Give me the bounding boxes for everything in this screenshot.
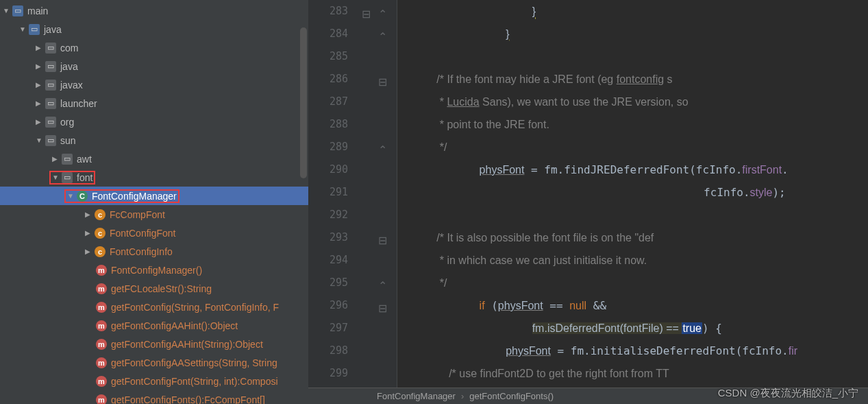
project-tree: ▭ main ▭ java ▭ com ▭ java ▭ javax <box>0 0 308 404</box>
chevron-down-icon[interactable] <box>36 136 42 144</box>
method-icon: m <box>96 357 107 368</box>
fold-end-icon[interactable]: ⌃ <box>378 279 388 289</box>
tree-node-method[interactable]: m getFontConfigFont(String, int):Composi <box>0 372 308 390</box>
breadcrumb-item[interactable]: getFontConfigFonts() <box>469 391 554 401</box>
chevron-right-icon[interactable] <box>36 81 42 88</box>
tree-node-javax[interactable]: ▭ javax <box>0 75 308 94</box>
project-tree-panel[interactable]: ▭ main ▭ java ▭ com ▭ java ▭ javax <box>0 0 308 404</box>
folder-icon: ▭ <box>62 172 73 183</box>
tree-node-method[interactable]: m getFontConfig(String, FontConfigInfo, … <box>0 298 308 316</box>
tree-node-awt[interactable]: ▭ awt <box>0 150 308 168</box>
chevron-right-icon[interactable] <box>52 155 59 163</box>
method-icon: m <box>96 320 107 331</box>
tree-label: FontConfigInfo <box>110 246 173 257</box>
chevron-right-icon[interactable] <box>85 211 92 218</box>
folder-icon: ▭ <box>45 80 56 91</box>
method-icon: m <box>96 376 107 387</box>
tree-node-fontconfigfont[interactable]: c FontConfigFont <box>0 224 308 242</box>
breadcrumb-bar[interactable]: FontConfigManager › getFontConfigFonts() <box>308 388 868 404</box>
editor-body: 283 284 285 286 287 288 289 290 291 292 … <box>308 0 868 388</box>
fold-minus-icon[interactable]: ⊟ <box>378 234 388 243</box>
tree-node-java[interactable]: ▭ java <box>0 20 308 38</box>
tree-node-org[interactable]: ▭ org <box>0 112 308 131</box>
tree-node-com[interactable]: ▭ com <box>0 38 308 57</box>
class-icon: C <box>77 191 88 202</box>
scrollbar-thumb[interactable] <box>300 27 307 178</box>
tree-label: javax <box>60 80 83 91</box>
chevron-down-icon[interactable] <box>3 7 10 14</box>
tree-node-method[interactable]: m getFontConfigAASettings(String, String <box>0 353 308 372</box>
tree-label: FcCompFont <box>110 209 165 220</box>
tree-node-sun[interactable]: ▭ sun <box>0 131 308 150</box>
chevron-down-icon[interactable] <box>67 192 74 200</box>
folder-icon: ▭ <box>62 154 73 165</box>
method-icon: m <box>96 265 107 276</box>
chevron-right-icon[interactable] <box>36 99 42 107</box>
tree-node-method[interactable]: m FontConfigManager() <box>0 261 308 279</box>
tree-node-method[interactable]: m getFontConfigAAHint():Object <box>0 316 308 335</box>
tree-label: com <box>60 43 78 54</box>
chevron-right-icon[interactable] <box>36 44 42 51</box>
code-editor: 283 284 285 286 287 288 289 290 291 292 … <box>308 0 868 404</box>
tree-node-method[interactable]: m getFCLocaleStr():String <box>0 279 308 298</box>
chevron-down-icon[interactable] <box>19 25 26 33</box>
tree-label: getFCLocaleStr():String <box>111 283 212 294</box>
method-icon: m <box>96 283 107 294</box>
tree-label: getFontConfigAAHint():Object <box>111 320 238 331</box>
folder-icon: ▭ <box>45 98 56 109</box>
chevron-right-icon[interactable] <box>85 229 92 237</box>
tree-label: getFontConfig(String, FontConfigInfo, F <box>111 302 279 313</box>
chevron-right-icon[interactable] <box>85 248 92 255</box>
inner-class-icon: c <box>95 246 106 257</box>
tree-node-fontconfiginfo[interactable]: c FontConfigInfo <box>0 242 308 261</box>
tree-label: getFontConfigAAHint(String):Object <box>111 339 263 350</box>
highlight-box: C FontConfigManager <box>64 189 179 203</box>
tree-node-java-pkg[interactable]: ▭ java <box>0 57 308 75</box>
line-number-gutter[interactable]: 283 284 285 286 287 288 289 290 291 292 … <box>308 0 356 388</box>
tree-label: sun <box>60 135 76 146</box>
tree-label: java <box>60 61 78 72</box>
tree-node-method[interactable]: m getFontConfigAAHint(String):Object <box>0 335 308 353</box>
method-icon: m <box>96 339 107 350</box>
tree-node-launcher[interactable]: ▭ launcher <box>0 94 308 112</box>
tree-node-main[interactable]: ▭ main <box>0 1 308 20</box>
chevron-down-icon[interactable] <box>52 174 59 181</box>
folder-icon: ▭ <box>45 135 56 146</box>
folder-icon: ▭ <box>45 43 56 54</box>
tree-label: FontConfigManager() <box>111 265 202 276</box>
code-area[interactable]: } } /* If the font may hide a JRE font (… <box>397 0 868 388</box>
method-icon: m <box>96 394 107 405</box>
tree-label: getFontConfigAASettings(String, String <box>111 357 277 368</box>
tree-node-method[interactable]: m getFontConfigFonts():FcCompFont[] <box>0 390 308 404</box>
fold-end-icon[interactable]: ⌃ <box>378 8 388 17</box>
fold-minus-icon[interactable]: ⊟ <box>362 8 371 17</box>
tree-label: launcher <box>60 98 97 109</box>
folder-icon: ▭ <box>45 61 56 72</box>
tree-label: getFontConfigFont(String, int):Composi <box>111 376 278 387</box>
fold-minus-icon[interactable]: ⊟ <box>378 302 388 311</box>
folder-icon: ▭ <box>29 24 40 35</box>
tree-node-font[interactable]: ▭ font <box>0 168 308 187</box>
method-icon: m <box>96 302 107 313</box>
chevron-right-icon[interactable] <box>36 62 42 70</box>
tree-label: awt <box>77 154 92 165</box>
fold-end-icon[interactable]: ⌃ <box>378 143 388 153</box>
tree-node-fontconfigmanager[interactable]: C FontConfigManager <box>0 187 308 205</box>
folder-icon: ▭ <box>12 5 23 16</box>
tree-label: main <box>27 5 48 16</box>
fold-end-icon[interactable]: ⌃ <box>378 30 388 40</box>
tree-label: FontConfigManager <box>92 191 177 202</box>
chevron-right-icon[interactable] <box>36 118 42 126</box>
highlight-box: ▭ font <box>49 171 95 185</box>
tree-label: getFontConfigFonts():FcCompFont[] <box>111 394 265 405</box>
fold-minus-icon[interactable]: ⊟ <box>378 75 388 85</box>
breadcrumb-item[interactable]: FontConfigManager <box>377 391 456 401</box>
gutter-marks[interactable]: ⊟ ⌃ ⌃ ⊟ ⌃ ⊟ ⌃ ⊟ <box>356 0 397 388</box>
tree-label: font <box>77 172 92 183</box>
chevron-right-icon: › <box>461 391 464 401</box>
tree-label: FontConfigFont <box>110 228 176 239</box>
inner-class-icon: c <box>95 209 106 220</box>
tree-node-fccompfont[interactable]: c FcCompFont <box>0 205 308 224</box>
tree-label: org <box>60 117 74 128</box>
folder-icon: ▭ <box>45 117 56 128</box>
